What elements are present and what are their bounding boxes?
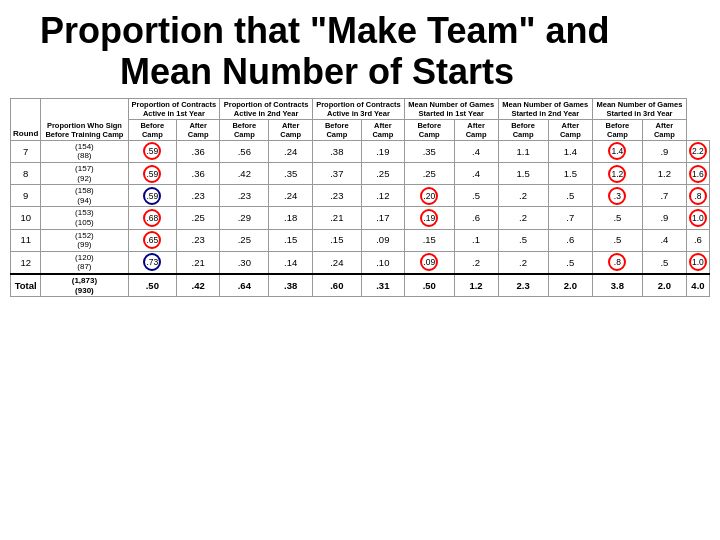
table-row: 7(154)(88).59.36.56.24.38.19.35.41.11.41… xyxy=(11,140,710,162)
table-cell: .9 xyxy=(642,207,686,229)
table-cell: .21 xyxy=(177,251,220,274)
table-cell: 1.2 xyxy=(454,274,498,297)
table-cell: 11 xyxy=(11,229,41,251)
table-cell: 1.4 xyxy=(593,140,643,162)
n-cell: (152)(99) xyxy=(41,229,128,251)
data-table: Round Proportion Who Sign Before Trainin… xyxy=(10,98,710,297)
table-row: 12(120)(87).73.21.30.14.24.10.09.2.2.5.8… xyxy=(11,251,710,274)
table-cell: .1 xyxy=(454,229,498,251)
table-cell: .2 xyxy=(498,185,548,207)
table-cell: .24 xyxy=(269,185,313,207)
table-cell: .25 xyxy=(177,207,220,229)
n-cell: (153)(105) xyxy=(41,207,128,229)
table-cell: 2.0 xyxy=(548,274,592,297)
table-cell: .5 xyxy=(548,251,592,274)
table-cell: .56 xyxy=(220,140,269,162)
table-cell: .30 xyxy=(220,251,269,274)
table-cell: .4 xyxy=(642,229,686,251)
before-camp-3: Before Camp xyxy=(312,119,361,140)
table-cell: .42 xyxy=(177,274,220,297)
table-row: 11(152)(99).65.23.25.15.15.09.15.1.5.6.5… xyxy=(11,229,710,251)
table-cell: .4 xyxy=(454,162,498,184)
table-cell: .6 xyxy=(686,229,709,251)
after-camp-4: After Camp xyxy=(454,119,498,140)
table-cell: .23 xyxy=(220,185,269,207)
table-cell: 1.4 xyxy=(548,140,592,162)
table-cell: .9 xyxy=(642,140,686,162)
prop-2yr-header: Proportion of Contracts Active in 2nd Ye… xyxy=(220,98,313,119)
table-cell: 4.0 xyxy=(686,274,709,297)
table-cell: .42 xyxy=(220,162,269,184)
table-cell: .35 xyxy=(269,162,313,184)
table-cell: .5 xyxy=(593,229,643,251)
table-cell: .31 xyxy=(361,274,404,297)
n-cell: (1,873)(930) xyxy=(41,274,128,297)
after-camp-6: After Camp xyxy=(642,119,686,140)
n-cell: (158)(94) xyxy=(41,185,128,207)
table-cell: .8 xyxy=(686,185,709,207)
table-row: 10(153)(105).68.25.29.18.21.17.19.6.2.7.… xyxy=(11,207,710,229)
n-cell: (157)(92) xyxy=(41,162,128,184)
table-cell: 1.2 xyxy=(593,162,643,184)
table-cell: .15 xyxy=(312,229,361,251)
table-cell: .24 xyxy=(312,251,361,274)
mean-2yr-header: Mean Number of Games Started in 2nd Year xyxy=(498,98,593,119)
mean-1yr-header: Mean Number of Games Started in 1st Year xyxy=(404,98,498,119)
table-cell: .25 xyxy=(404,162,454,184)
after-camp-3: After Camp xyxy=(361,119,404,140)
table-cell: .60 xyxy=(312,274,361,297)
table-cell: .73 xyxy=(128,251,177,274)
table-cell: .25 xyxy=(220,229,269,251)
table-cell: .3 xyxy=(593,185,643,207)
table-cell: .19 xyxy=(404,207,454,229)
after-camp-1: After Camp xyxy=(177,119,220,140)
table-cell: 9 xyxy=(11,185,41,207)
after-camp-2: After Camp xyxy=(269,119,313,140)
title-line1: Proportion that "Make Team" and xyxy=(40,10,680,51)
table-cell: .6 xyxy=(548,229,592,251)
table-cell: .23 xyxy=(312,185,361,207)
table-cell: .2 xyxy=(498,207,548,229)
table-cell: .5 xyxy=(498,229,548,251)
title-line2: Mean Number of Starts xyxy=(40,51,680,92)
before-camp-4: Before Camp xyxy=(404,119,454,140)
table-cell: .10 xyxy=(361,251,404,274)
header-row-1: Round Proportion Who Sign Before Trainin… xyxy=(11,98,710,119)
before-camp-1: Before Camp xyxy=(128,119,177,140)
table-cell: .50 xyxy=(128,274,177,297)
table-cell: .15 xyxy=(269,229,313,251)
table-cell: .7 xyxy=(548,207,592,229)
table-cell: 3.8 xyxy=(593,274,643,297)
n-cell: (120)(87) xyxy=(41,251,128,274)
after-camp-5: After Camp xyxy=(548,119,592,140)
table-cell: .24 xyxy=(269,140,313,162)
table-cell: .19 xyxy=(361,140,404,162)
table-cell: .6 xyxy=(454,207,498,229)
table-cell: .64 xyxy=(220,274,269,297)
table-cell: .4 xyxy=(454,140,498,162)
table-cell: .59 xyxy=(128,185,177,207)
table-cell: .59 xyxy=(128,162,177,184)
table-cell: .5 xyxy=(454,185,498,207)
table-cell: .09 xyxy=(404,251,454,274)
table-cell: .25 xyxy=(361,162,404,184)
table-cell: .09 xyxy=(361,229,404,251)
table-cell: .18 xyxy=(269,207,313,229)
table-cell: .38 xyxy=(269,274,313,297)
table-cell: 2.2 xyxy=(686,140,709,162)
table-row: 9(158)(94).59.23.23.24.23.12.20.5.2.5.3.… xyxy=(11,185,710,207)
table-cell: 1.2 xyxy=(642,162,686,184)
table-cell: .7 xyxy=(642,185,686,207)
table-cell: .68 xyxy=(128,207,177,229)
table-cell: 10 xyxy=(11,207,41,229)
table-cell: 1.0 xyxy=(686,251,709,274)
table-cell: Total xyxy=(11,274,41,297)
table-cell: .2 xyxy=(498,251,548,274)
table-cell: .35 xyxy=(404,140,454,162)
table-cell: .8 xyxy=(593,251,643,274)
table-cell: .20 xyxy=(404,185,454,207)
table-cell: .36 xyxy=(177,162,220,184)
table-row: Total(1,873)(930).50.42.64.38.60.31.501.… xyxy=(11,274,710,297)
table-cell: 2.3 xyxy=(498,274,548,297)
table-container: Round Proportion Who Sign Before Trainin… xyxy=(0,98,720,297)
